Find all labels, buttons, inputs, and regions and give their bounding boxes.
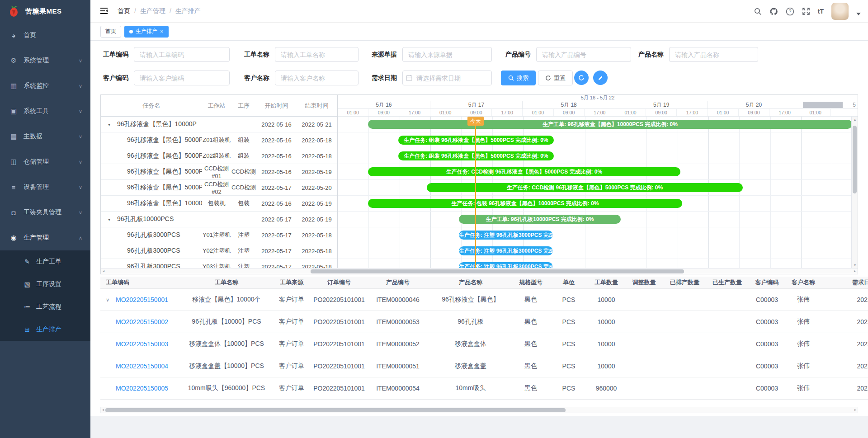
- sidebar-item-仓储管理[interactable]: ◫仓储管理∨: [0, 149, 90, 174]
- gantt-task-row[interactable]: 96孔孔板3000PCSY03注塑机注塑2022-05-172022-05-18: [101, 259, 337, 268]
- gantt-task-start: 2022-05-16: [256, 121, 297, 128]
- breadcrumb-home[interactable]: 首页: [118, 7, 130, 15]
- gantt-day-cell: 5月 19: [615, 101, 708, 108]
- gantt-task-row[interactable]: 96孔孔板3000PCSY02注塑机注塑2022-05-172022-05-18: [101, 243, 337, 259]
- avatar[interactable]: [831, 3, 849, 20]
- table-row[interactable]: ∨MO202205150001移液盒【黑色】10000个客户订单PO202205…: [100, 289, 868, 311]
- refresh-circle-button[interactable]: [574, 71, 589, 85]
- scroll-up-icon[interactable]: ▴: [852, 118, 858, 122]
- gantt-header-scroll-thumb[interactable]: [803, 102, 843, 108]
- sidebar-toggle-icon[interactable]: [99, 6, 108, 15]
- product-name-input[interactable]: [669, 47, 758, 62]
- gantt-task-row[interactable]: 96孔移液盒【黑色】5000PCCD检测#01CCD检测2022-05-1620…: [101, 164, 337, 180]
- sidebar-subitem-工序设置[interactable]: ▧工序设置: [0, 273, 90, 296]
- table-cell-code: MO202205150005: [100, 385, 182, 392]
- tab-production-schedule-label: 生产排产: [136, 28, 157, 35]
- font-size-icon[interactable]: tT: [818, 8, 824, 15]
- table-row[interactable]: MO202205150004移液盒盒盖【10000】PCS客户订单PO20220…: [100, 355, 868, 377]
- table-row[interactable]: MO20220515000296孔孔板【10000】PCS客户订单PO20220…: [100, 311, 868, 333]
- gantt-task-row[interactable]: 96孔移液盒【黑色】5000PZ01组装机组装2022-05-162022-05…: [101, 132, 337, 148]
- table-cell-unit: PCS: [550, 385, 588, 392]
- gantt-hour-cell: 01:00: [430, 109, 461, 116]
- sidebar-subitem-工艺流程[interactable]: ≔工艺流程: [0, 296, 90, 318]
- scroll-down-icon[interactable]: ▾: [852, 263, 858, 267]
- work-order-bar[interactable]: 生产工单: 96孔孔板10000PCS 完成比例: 0%: [459, 215, 621, 224]
- task-bar[interactable]: 生产任务: 组装 96孔移液盒【黑色】5000PCS 完成比例: 0%: [398, 151, 554, 160]
- sidebar-subitem-生产工单[interactable]: ✎生产工单: [0, 250, 90, 273]
- tree-collapse-icon[interactable]: ▾: [108, 217, 110, 222]
- gantt-vertical-scrollbar[interactable]: ▴ ▾: [851, 117, 858, 268]
- edit-circle-button[interactable]: [593, 71, 608, 85]
- task-bar[interactable]: 生产任务: 注塑 96孔孔板3000PCS 完成: [459, 246, 553, 255]
- work-order-bar[interactable]: 生产工单: 96孔移液盒【黑色】10000PCS 完成比例: 0%: [368, 120, 852, 129]
- task-bar[interactable]: 生产任务: 注塑 96孔孔板3000PCS 完成: [459, 262, 553, 268]
- scroll-right-icon[interactable]: ▸: [854, 408, 856, 412]
- tree-collapse-icon[interactable]: ▾: [108, 122, 110, 127]
- gantt-timeline-row: 生产任务: 组装 96孔移液盒【黑色】5000PCS 完成比例: 0%: [338, 132, 858, 148]
- workorder-link[interactable]: MO202205150003: [116, 340, 168, 348]
- tab-close-icon[interactable]: ×: [160, 28, 164, 34]
- gantt-chart: 任务名 工作站 工序 开始时间 结束时间 ▾96孔移液盒【黑色】10000P20…: [100, 94, 858, 274]
- table-row[interactable]: MO20220515000510mm吸头【960000】PCS客户订单PO202…: [100, 377, 868, 400]
- sidebar-item-设备管理[interactable]: ≡设备管理∨: [0, 174, 90, 200]
- search-button[interactable]: 搜索: [501, 71, 536, 85]
- github-icon[interactable]: [769, 7, 778, 16]
- scroll-left-icon[interactable]: ◂: [103, 269, 104, 273]
- gantt-task-row[interactable]: 96孔移液盒【黑色】10000包装机包装2022-05-162022-05-19: [101, 196, 337, 212]
- workorder-link[interactable]: MO202205150005: [116, 385, 168, 392]
- demand-date-input[interactable]: [402, 71, 492, 85]
- gantt-task-row[interactable]: ▾96孔孔板10000PCS2022-05-172022-05-19: [101, 212, 337, 227]
- gantt-hour-cell: 01:00: [338, 109, 368, 116]
- sidebar-item-系统监控[interactable]: ▦系统监控∨: [0, 73, 90, 99]
- task-bar[interactable]: 生产任务: 包装 96孔移液盒【黑色】10000PCS 完成比例: 0%: [368, 199, 682, 208]
- gantt-vscroll-thumb[interactable]: [853, 126, 857, 193]
- product-code-input[interactable]: [536, 47, 631, 62]
- filter-label: 客户名称: [244, 74, 269, 82]
- gantt-task-row[interactable]: 96孔移液盒【黑色】5000PCCD检测#02CCD检测2022-05-1720…: [101, 180, 337, 196]
- workorder-link[interactable]: MO202205150002: [116, 318, 168, 325]
- task-bar[interactable]: 生产任务: CCD检测 96孔移液盒【黑色】5000PCS 完成比例: 0%: [368, 167, 680, 176]
- source-doc-input[interactable]: [402, 47, 492, 62]
- gantt-task-row[interactable]: 96孔孔板3000PCSY01注塑机注塑2022-05-172022-05-18: [101, 227, 337, 243]
- fullscreen-icon[interactable]: [802, 7, 810, 15]
- app-logo[interactable]: 苦糖果MES: [0, 0, 90, 23]
- help-icon[interactable]: ?: [786, 7, 794, 16]
- scroll-right-icon[interactable]: ▸: [854, 269, 856, 273]
- sidebar-item-主数据[interactable]: ▤主数据∨: [0, 124, 90, 149]
- workorder-name-input[interactable]: [275, 47, 359, 62]
- scroll-left-icon[interactable]: ◂: [102, 408, 104, 412]
- gantt-horizontal-scrollbar[interactable]: ◂ ▸: [101, 268, 858, 274]
- sidebar-item-系统管理[interactable]: ⚙系统管理∨: [0, 48, 90, 73]
- user-menu-caret-icon[interactable]: [856, 13, 861, 15]
- sidebar-subitem-生产排产[interactable]: ⊞生产排产: [0, 318, 90, 341]
- customer-name-input[interactable]: [275, 71, 359, 85]
- table-hscroll-thumb[interactable]: [105, 408, 566, 412]
- tab-production-schedule[interactable]: 生产排产 ×: [124, 26, 169, 38]
- customer-code-input[interactable]: [134, 71, 230, 85]
- gantt-hour-cell: 09:00: [646, 109, 677, 116]
- table-horizontal-scrollbar[interactable]: ◂ ▸: [100, 407, 858, 413]
- tab-home[interactable]: 首页: [100, 26, 121, 38]
- reset-button[interactable]: 重置: [538, 71, 573, 85]
- breadcrumb-production[interactable]: 生产管理: [130, 7, 165, 15]
- table-row[interactable]: MO202205150003移液盒盒体【10000】PCS客户订单PO20220…: [100, 333, 868, 355]
- sidebar-item-工装夹具管理[interactable]: ◘工装夹具管理∨: [0, 200, 90, 225]
- workorder-link[interactable]: MO202205150004: [116, 363, 168, 370]
- row-expand-icon[interactable]: ∨: [106, 297, 109, 303]
- sidebar-item-系统工具[interactable]: ▣系统工具∨: [0, 99, 90, 124]
- toolbox-icon: ▣: [9, 107, 18, 115]
- task-bar[interactable]: 生产任务: 组装 96孔移液盒【黑色】5000PCS 完成比例: 0%: [398, 136, 554, 145]
- task-bar[interactable]: 生产任务: 注塑 96孔孔板3000PCS 完成: [459, 231, 553, 240]
- gantt-hscroll-thumb[interactable]: [311, 269, 684, 273]
- workorder-link[interactable]: MO202205150001: [116, 296, 168, 303]
- search-icon[interactable]: [754, 8, 762, 15]
- workorder-code-input[interactable]: [134, 47, 230, 62]
- table-cell-customer_name: 张伟: [786, 318, 821, 326]
- gantt-task-row[interactable]: 96孔移液盒【黑色】5000PZ02组装机组装2022-05-162022-05…: [101, 148, 337, 164]
- sidebar-item-首页[interactable]: ◕首页: [0, 23, 90, 48]
- task-bar[interactable]: 生产任务: CCD检测 96孔移液盒【黑色】5000PCS 完成比例: 0%: [427, 183, 743, 192]
- gantt-task-row[interactable]: ▾96孔移液盒【黑色】10000P2022-05-162022-05-21: [101, 117, 337, 132]
- filter-workorder-code: 工单编码: [103, 47, 230, 62]
- table-cell-customer_name: 张伟: [786, 384, 821, 392]
- sidebar-item-生产管理[interactable]: ◉生产管理∧: [0, 225, 90, 250]
